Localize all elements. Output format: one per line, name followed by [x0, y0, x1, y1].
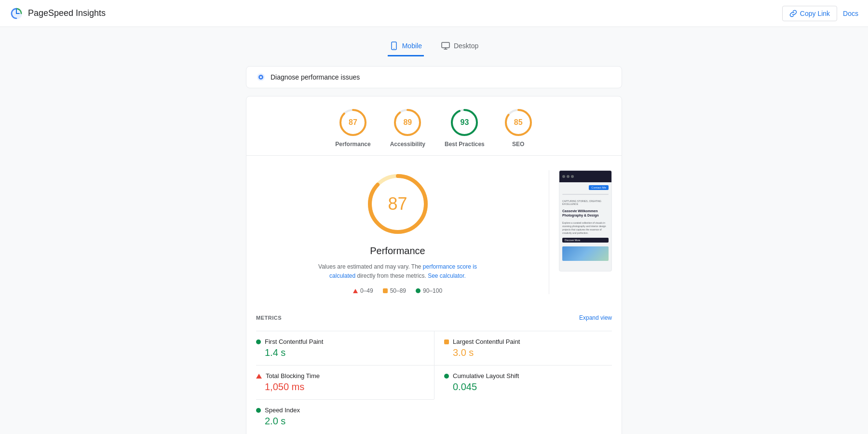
score-value-seo: 85 — [514, 118, 523, 127]
score-item-accessibility[interactable]: 89 Accessibility — [390, 108, 425, 148]
score-card: 87 Performance 89 Accessibility — [246, 96, 622, 434]
tbt-indicator — [256, 374, 262, 379]
lcp-name-row: Largest Contentful Paint — [444, 338, 612, 345]
metrics-header: METRICS Expand view — [256, 309, 612, 327]
score-circle-seo: 85 — [504, 108, 533, 137]
copy-link-label: Copy Link — [800, 10, 830, 17]
link-icon — [789, 10, 797, 17]
score-item-best-practices[interactable]: 93 Best Practices — [445, 108, 485, 148]
score-circle-accessibility: 89 — [393, 108, 422, 137]
svg-point-6 — [260, 76, 262, 78]
score-label-best-practices: Best Practices — [445, 141, 485, 148]
cls-name: Cumulative Layout Shift — [453, 372, 519, 380]
performance-section: 87 Performance Values are estimated and … — [246, 156, 622, 309]
score-circle-performance: 87 — [339, 108, 367, 137]
ss-heading: Cassevie WillkommenPhotography & Design — [562, 209, 609, 217]
legend-square-icon — [383, 288, 388, 293]
main-content: Mobile Desktop Diagnose performance issu… — [0, 27, 868, 434]
large-score-circle: 87 — [364, 170, 432, 238]
bar-dot-1 — [562, 175, 565, 178]
ss-contact-btn: Contact Me — [589, 185, 609, 190]
screenshot-bar — [559, 171, 611, 182]
tab-bar: Mobile Desktop — [388, 37, 481, 56]
logo-text: PageSpeed Insights — [28, 8, 106, 18]
perf-right: Contact Me CAPTURING STORIES, CREATING E… — [559, 170, 612, 271]
legend-item-orange: 50–89 — [383, 287, 406, 294]
score-value-best-practices: 93 — [460, 118, 469, 127]
metric-item-tbt: Total Blocking Time 1,050 ms — [256, 365, 434, 399]
legend-triangle-icon — [353, 289, 358, 293]
lcp-name: Largest Contentful Paint — [453, 338, 520, 345]
fcp-value: 1.4 s — [256, 347, 424, 358]
ss-discover-btn: Discover More — [562, 238, 609, 243]
mobile-icon — [390, 41, 398, 50]
metrics-grid: First Contentful Paint 1.4 s Largest Con… — [256, 331, 612, 434]
metric-item-si: Speed Index 2.0 s — [256, 399, 434, 434]
lcp-indicator — [444, 339, 449, 344]
pagespeed-logo-icon — [10, 7, 23, 20]
perf-description: Values are estimated and may vary. The p… — [311, 262, 485, 281]
score-label-accessibility: Accessibility — [390, 141, 425, 148]
diagnose-icon — [256, 72, 266, 82]
scores-row: 87 Performance 89 Accessibility — [246, 96, 622, 156]
header: PageSpeed Insights Copy Link Docs — [0, 0, 868, 27]
si-indicator — [256, 408, 261, 413]
legend-circle-icon — [416, 288, 420, 293]
legend-green-label: 90–100 — [423, 287, 442, 294]
tab-desktop[interactable]: Desktop — [439, 37, 480, 56]
cls-indicator — [444, 374, 449, 379]
header-actions: Copy Link Docs — [782, 6, 858, 21]
svg-rect-3 — [442, 42, 449, 48]
fcp-name: First Contentful Paint — [265, 338, 323, 345]
bar-dot-2 — [567, 175, 570, 178]
fcp-name-row: First Contentful Paint — [256, 338, 424, 345]
ss-body-text: Explore a curated collection of visuals … — [562, 221, 609, 235]
ss-image-block — [562, 246, 609, 261]
screenshot-container: Contact Me CAPTURING STORIES, CREATING E… — [559, 170, 612, 271]
score-item-seo[interactable]: 85 SEO — [504, 108, 533, 148]
ss-tagline: CAPTURING STORIES, CREATING EXCELLENCE — [562, 200, 609, 205]
metric-item-cls: Cumulative Layout Shift 0.045 — [434, 365, 612, 399]
diagnose-text: Diagnose performance issues — [271, 73, 360, 81]
calculator-link[interactable]: See calculator. — [428, 272, 466, 279]
legend-orange-label: 50–89 — [390, 287, 406, 294]
metric-item-lcp: Largest Contentful Paint 3.0 s — [434, 331, 612, 365]
legend-item-green: 90–100 — [416, 287, 442, 294]
score-value-accessibility: 89 — [403, 118, 412, 127]
tbt-name-row: Total Blocking Time — [256, 372, 424, 380]
score-circle-best-practices: 93 — [450, 108, 479, 137]
expand-view-button[interactable]: Expand view — [579, 314, 612, 321]
screenshot-content: Contact Me CAPTURING STORIES, CREATING E… — [559, 182, 611, 264]
tab-mobile[interactable]: Mobile — [388, 37, 424, 56]
large-score-number: 87 — [388, 194, 407, 214]
perf-divider — [549, 170, 549, 294]
docs-link[interactable]: Docs — [843, 10, 858, 17]
legend: 0–49 50–89 90–100 — [353, 287, 442, 294]
score-value-performance: 87 — [349, 118, 357, 127]
score-item-performance[interactable]: 87 Performance — [335, 108, 370, 148]
cls-name-row: Cumulative Layout Shift — [444, 372, 612, 380]
fcp-indicator — [256, 339, 261, 344]
diagnose-bar[interactable]: Diagnose performance issues — [246, 66, 622, 88]
si-name: Speed Index — [265, 407, 300, 414]
desktop-icon — [441, 41, 450, 50]
tbt-name: Total Blocking Time — [266, 372, 320, 380]
legend-red-label: 0–49 — [360, 287, 373, 294]
si-value: 2.0 s — [256, 416, 424, 427]
metrics-section: METRICS Expand view First Contentful Pai… — [246, 309, 622, 434]
perf-title: Performance — [370, 245, 425, 257]
copy-link-button[interactable]: Copy Link — [782, 6, 837, 21]
metric-item-fcp: First Contentful Paint 1.4 s — [256, 331, 434, 365]
metrics-title: METRICS — [256, 315, 282, 321]
svg-point-2 — [393, 48, 394, 49]
tbt-value: 1,050 ms — [256, 381, 424, 393]
tab-desktop-label: Desktop — [454, 42, 478, 50]
score-label-seo: SEO — [512, 141, 524, 148]
legend-item-red: 0–49 — [353, 287, 373, 294]
cls-value: 0.045 — [444, 381, 612, 393]
logo: PageSpeed Insights — [10, 7, 106, 20]
perf-left: 87 Performance Values are estimated and … — [256, 170, 539, 294]
si-name-row: Speed Index — [256, 407, 424, 414]
tab-mobile-label: Mobile — [402, 42, 422, 50]
score-label-performance: Performance — [335, 141, 370, 148]
